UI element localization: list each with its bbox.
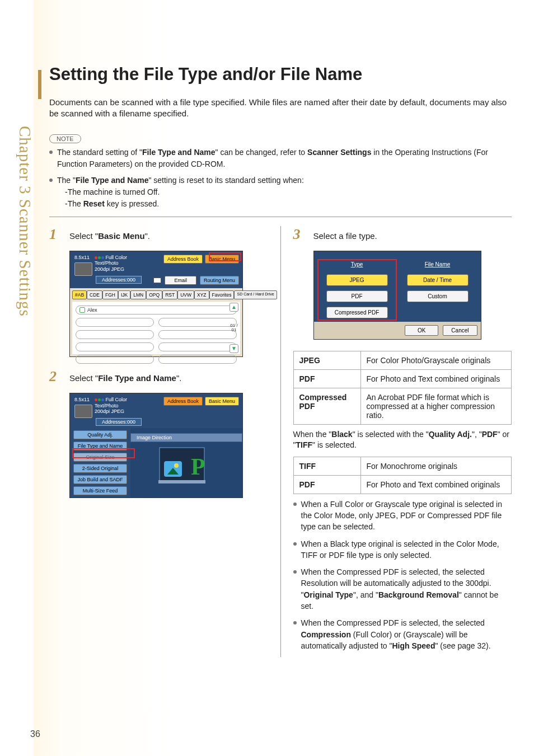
scroll-down-icon[interactable]: ▼ [229,344,238,353]
note-item: When the Compressed PDF is selected, the… [293,566,512,612]
menu-item-multi-size[interactable]: Multi-Size Feed [73,486,127,495]
list-item[interactable] [158,342,237,351]
notes-list: The standard setting of "File Type and N… [49,147,512,210]
svg-point-3 [174,463,179,468]
paper-size: 8.5x11 [74,397,91,402]
basic-menu-button[interactable]: Basic Menu [205,397,239,406]
cancel-button[interactable]: Cancel [443,325,477,336]
alpha-tab[interactable]: UVW [177,290,194,299]
mode-label: Text/Photo [95,260,127,266]
note-item: The "File Type and Name" setting is rese… [49,175,512,210]
page-title: Setting the File Type and/or File Name [49,64,512,84]
screenshot-basic-menu: 8.5x11 Full Color Text/Photo 200dpi JPEG… [69,393,243,498]
mode-label: Full Color [106,397,128,402]
scroll-up-icon[interactable]: ▲ [229,303,238,312]
list-item[interactable] [158,355,237,364]
mode-label: 200dpi JPEG [95,408,127,415]
list-item[interactable] [76,355,154,364]
menu-item-quality[interactable]: Quality Adj. [73,430,127,439]
filetype-definitions-table-bw: TIFFFor Monochrome originals PDFFor Phot… [293,457,512,494]
section-rule [49,217,512,217]
routing-menu-button[interactable]: Routing Menu [200,276,239,285]
step-text: Select a file type. [313,230,377,242]
step-number: 1 [49,226,62,243]
custom-button[interactable]: Custom [407,290,469,302]
note-sub: -The Reset key is pressed. [57,198,512,210]
addresses-readout: Addresses:000 [96,276,142,284]
intro-paragraph: Documents can be scanned with a file typ… [49,97,512,120]
alpha-tab[interactable]: FGH [102,290,118,299]
preview-illustration-icon: P [153,442,220,492]
alpha-tab[interactable]: LMN [130,290,146,299]
step-number: 3 [293,226,306,243]
document-thumb-icon [74,405,92,418]
contact-name: Alex [87,307,97,313]
alpha-tab[interactable]: RST [162,290,177,299]
alpha-tab[interactable]: XYZ [194,290,209,299]
checkbox-icon[interactable] [79,307,85,313]
note-item: When a Black type original is selected i… [293,538,512,561]
mid-note: When the "Black" is selected with the "Q… [293,429,512,451]
table-header-cell: TIFF [293,457,360,475]
date-time-button[interactable]: Date / Time [407,274,469,286]
note-item: The standard setting of "File Type and N… [49,147,512,170]
list-item[interactable] [158,330,237,339]
table-header-cell: PDF [293,369,360,388]
alpha-tab[interactable]: CDE [87,290,102,299]
list-item[interactable] [76,342,154,351]
note-sub: -The machine is turned Off. [57,186,512,198]
table-cell: For Monochrome originals [360,457,512,475]
note-item: When the Compressed PDF is selected, the… [293,617,512,651]
page-indicator: 01 / 01 [229,323,239,332]
document-thumb-icon [74,262,92,276]
highlight-type-column [317,259,397,321]
addresses-readout: Addresses:000 [96,418,142,426]
mode-label: Full Color [106,255,128,260]
table-row: PDFFor Photo and Text combined originals [293,475,512,494]
note-badge: NOTE [49,134,81,143]
alpha-tab[interactable]: OPQ [146,290,162,299]
address-book-button[interactable]: Address Book [163,255,203,264]
table-cell: For Photo and Text combined originals [360,475,512,494]
menu-item-job-build[interactable]: Job Build and SADF [73,475,127,484]
bullet-notes: When a Full Color or Grayscale type orig… [293,499,512,652]
highlight-basic-menu [209,252,241,261]
ok-button[interactable]: OK [405,325,438,336]
alpha-tabs: #AB CDE FGH IJK LMN OPQ RST UVW XYZ Favo… [72,290,240,299]
address-list: Alex ▲ 01 / 01 ▼ [72,302,240,354]
mail-icon [153,278,161,283]
table-cell: An Acrobat PDF file format which is comp… [360,388,512,424]
note-item: When a Full Color or Grayscale type orig… [293,499,512,533]
favorites-tab[interactable]: Favorites [209,290,235,299]
basic-menu-list: Quality Adj. File Type and Name Original… [70,428,130,497]
list-item[interactable] [158,318,237,327]
svg-text:P: P [191,454,205,480]
table-row: Compressed PDFAn Acrobat PDF file format… [293,388,512,424]
step-number: 2 [49,368,62,385]
highlight-file-type-name [72,448,135,458]
menu-item-2sided[interactable]: 2-Sided Original [73,464,127,473]
list-item[interactable] [76,330,154,339]
alpha-tab[interactable]: IJK [118,290,130,299]
list-item[interactable] [76,318,154,327]
table-header-cell: JPEG [293,351,360,369]
table-cell: For Photo and Text combined originals [360,369,512,388]
address-book-button[interactable]: Address Book [163,397,203,406]
screenshot-file-type-dialog: Type JPEG PDF Compressed PDF File Name D… [313,251,481,340]
chapter-sidebar: Chapter 3 Scanner Settings [16,126,32,395]
paper-size: 8.5x11 [74,255,91,260]
alpha-tab[interactable]: #AB [72,290,87,299]
email-button[interactable]: Email [165,276,196,285]
list-item[interactable]: Alex [76,306,237,314]
filetype-definitions-table: JPEGFor Color Photo/Grayscale originals … [293,351,512,425]
left-column: 1 Select "Basic Menu". 8.5x11 Full Color… [49,226,268,658]
mode-label: Text/Photo [95,403,127,409]
column-divider [280,226,281,658]
step-text: Select "File Type and Name". [69,372,181,384]
table-row: PDFFor Photo and Text combined originals [293,369,512,388]
page-number: 36 [30,729,40,739]
svg-rect-5 [158,480,205,483]
chapter-accent-bar [38,70,41,99]
image-direction-label: Image Direction [130,433,242,442]
sd-card-tab[interactable]: SD Card / Hard Drive [234,290,277,299]
